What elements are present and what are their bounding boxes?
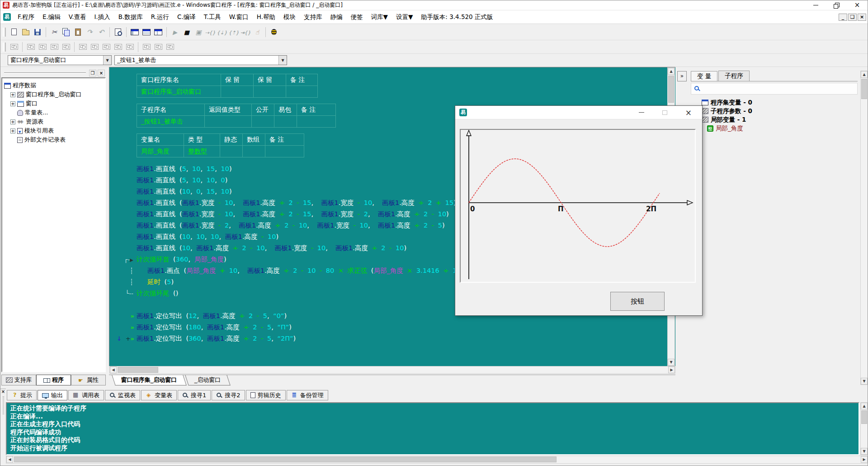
code-line[interactable]: ↓ +»画板1.定位写出 (360, 画板1.高度 ÷ 2 - 5, “2Π”) (109, 333, 668, 344)
assembly-combobox[interactable]: 窗口程序集_启动窗口 ▼ (8, 55, 112, 65)
scroll-down-icon[interactable]: ▼ (861, 378, 868, 385)
menu-item[interactable]: H.帮助 (253, 13, 279, 21)
tree-item[interactable]: +资源表 (3, 117, 104, 126)
panel-close-button[interactable]: × (98, 70, 105, 76)
same-width-button[interactable] (124, 41, 136, 53)
variable-tree-item[interactable]: 局部变量 - 1 (702, 115, 858, 124)
tab-支持库[interactable]: 支持库 (1, 375, 36, 385)
code-line[interactable]: »画板1.定位写出 (180, 画板1.高度 ÷ 2 - 5, “Π”) (109, 322, 668, 333)
menu-item[interactable]: E.编辑 (38, 13, 65, 21)
tab-监视表[interactable]: 监视表 (105, 390, 140, 400)
mdi-minimize-button[interactable]: _ (839, 14, 847, 21)
menu-item[interactable]: F.程序 (14, 13, 38, 21)
menu-item[interactable]: 模块 (279, 13, 300, 21)
align-right-button[interactable] (37, 41, 48, 53)
close-panel-icon[interactable]: × (0, 389, 6, 395)
close-button[interactable]: × (847, 0, 868, 10)
win-cascade-button[interactable] (152, 26, 164, 38)
mdi-close-button[interactable]: × (858, 14, 866, 21)
scroll-thumb[interactable] (861, 79, 867, 99)
scroll-down-icon[interactable]: ▼ (668, 359, 675, 366)
scroll-left-icon[interactable]: ◀ (110, 366, 117, 373)
fit-all-button[interactable] (164, 41, 176, 53)
toolbar-grip[interactable] (3, 43, 6, 52)
file-tab-_启动窗口[interactable]: _启动窗口 (185, 375, 230, 385)
mdi-restore-button[interactable]: ❏ (848, 14, 857, 21)
grid-button[interactable] (8, 41, 20, 53)
tree-item[interactable]: +窗口程序集_启动窗口 (3, 90, 104, 99)
scroll-thumb[interactable] (861, 410, 867, 424)
step-into-button[interactable] (216, 26, 228, 38)
undo-button[interactable] (95, 26, 107, 38)
tab-属性[interactable]: 属性 (71, 375, 106, 385)
scroll-down-icon[interactable]: ▼ (861, 448, 868, 455)
minimize-icon[interactable] (639, 112, 644, 113)
tree-item[interactable]: +窗口 (3, 99, 104, 108)
copy-button[interactable] (60, 26, 72, 38)
win-tile-vert-button[interactable] (129, 26, 141, 38)
space-vert-button[interactable] (112, 41, 124, 53)
menu-item[interactable]: T.工具 (200, 13, 225, 21)
menu-item[interactable]: R.运行 (147, 13, 173, 21)
output-vertical-scrollbar[interactable]: ▲ ▼ (860, 402, 868, 455)
scroll-up-icon[interactable]: ▲ (668, 68, 675, 75)
menu-item[interactable]: W.窗口 (225, 13, 253, 21)
run-to-cursor-button[interactable] (240, 26, 251, 38)
menu-item[interactable]: 支持库 (300, 13, 326, 21)
panel-collapse-button[interactable]: » (677, 71, 687, 81)
space-horz-button[interactable] (100, 41, 112, 53)
tab-搜寻2[interactable]: 搜寻2 (212, 390, 245, 400)
win-tile-horz-button[interactable] (141, 26, 152, 38)
run-button[interactable] (169, 26, 181, 38)
scroll-right-icon[interactable]: ▶ (668, 366, 675, 373)
variable-tree-item[interactable]: 子程序参数 - 0 (702, 107, 858, 115)
tab-输出[interactable]: 输出 (38, 390, 67, 400)
panel-drag-handle[interactable] (4, 72, 86, 74)
subroutine-combobox[interactable]: _按钮1_被单击 ▼ (114, 55, 287, 65)
scroll-up-icon[interactable]: ▲ (861, 71, 868, 78)
scroll-thumb[interactable] (118, 367, 158, 373)
align-left-button[interactable] (25, 41, 37, 53)
toolbar-grip[interactable] (3, 28, 6, 37)
cut-button[interactable] (48, 26, 60, 38)
stop-button[interactable] (181, 26, 193, 38)
expand-plus-icon[interactable]: + (10, 92, 15, 97)
popup-titlebar[interactable]: 易 × (455, 106, 702, 119)
step-out-button[interactable] (228, 26, 240, 38)
align-top-button[interactable] (48, 41, 60, 53)
variable-search-box[interactable] (691, 83, 858, 95)
menu-item[interactable]: 便签 (347, 13, 367, 21)
debug-bug-button[interactable] (268, 26, 280, 38)
menu-item[interactable]: 设置▼ (392, 13, 417, 21)
close-icon[interactable]: × (685, 108, 692, 117)
menu-item[interactable]: B.数据库 (114, 13, 147, 21)
align-bottom-button[interactable] (60, 41, 72, 53)
tab-调用表[interactable]: 调用表 (68, 390, 104, 400)
tab-备份管理[interactable]: 备份管理 (287, 390, 328, 400)
scroll-left-icon[interactable]: ◀ (6, 456, 13, 463)
table-value-cell[interactable]: 整数型 (184, 146, 220, 157)
same-size-button[interactable] (152, 41, 164, 53)
center-horz-button[interactable] (77, 41, 89, 53)
tab-搜寻1[interactable]: 搜寻1 (178, 390, 211, 400)
menu-item[interactable]: I.插入 (90, 13, 114, 21)
tree-item[interactable]: 常量表... (3, 108, 104, 117)
expand-plus-icon[interactable]: + (10, 119, 15, 124)
scroll-thumb[interactable] (668, 76, 674, 103)
variable-tree-item[interactable]: 整局部_角度 (702, 124, 858, 133)
open-button[interactable] (20, 26, 32, 38)
menu-item[interactable]: 静编 (326, 13, 347, 21)
menu-item[interactable]: V.查看 (65, 13, 90, 21)
maximize-icon[interactable] (662, 110, 667, 115)
variable-tree-item[interactable]: 程序集变量 - 0 (702, 98, 858, 107)
tab-剪辑历史[interactable]: 剪辑历史 (246, 390, 286, 400)
tab-变量表[interactable]: 变量表 (141, 390, 177, 400)
paste-button[interactable] (72, 26, 84, 38)
center-vert-button[interactable] (89, 41, 100, 53)
file-tab-窗口程序集_启动窗口[interactable]: 窗口程序集_启动窗口 (112, 375, 186, 385)
restore-button[interactable] (826, 0, 847, 10)
same-height-button[interactable] (141, 41, 152, 53)
chevron-down-icon[interactable]: ▼ (103, 56, 111, 65)
tree-item[interactable]: +模块引用表 (3, 126, 104, 135)
debug-window-button[interactable] (193, 26, 204, 38)
